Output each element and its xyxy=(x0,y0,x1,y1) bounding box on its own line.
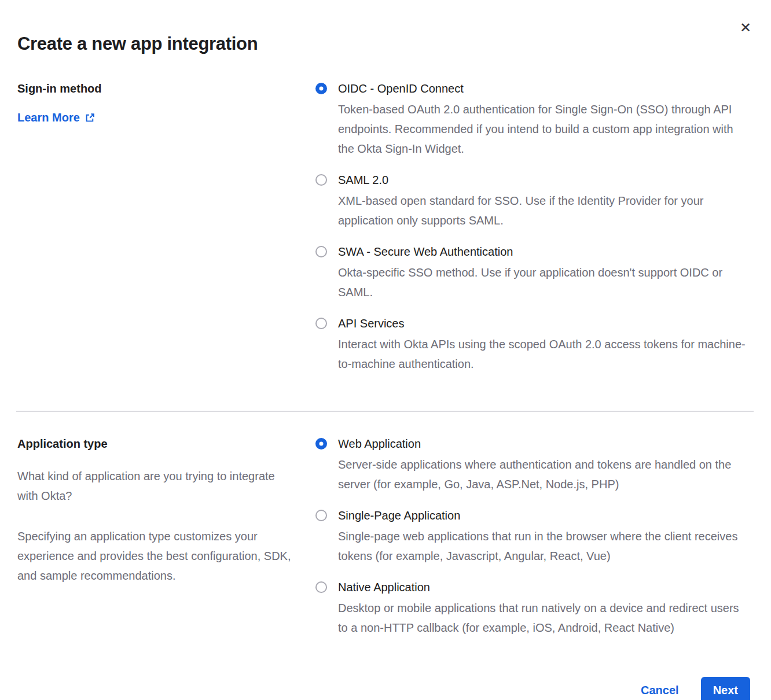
radio-icon-api-services[interactable] xyxy=(315,318,327,329)
option-label-web-application: Web Application xyxy=(338,436,750,451)
application-type-section: Application type What kind of applicatio… xyxy=(0,412,771,651)
option-label-single-page-application: Single-Page Application xyxy=(338,508,750,523)
radio-option-saml[interactable]: SAML 2.0 XML-based open standard for SSO… xyxy=(315,172,750,230)
application-type-help-text-1: What kind of application are you trying … xyxy=(17,466,295,506)
external-link-icon xyxy=(85,113,95,123)
radio-option-oidc[interactable]: OIDC - OpenID Connect Token-based OAuth … xyxy=(315,81,750,159)
learn-more-label: Learn More xyxy=(17,111,80,124)
option-desc-native-application: Desktop or mobile applications that run … xyxy=(338,598,750,638)
radio-icon-single-page-application[interactable] xyxy=(315,510,327,521)
radio-icon-saml[interactable] xyxy=(315,174,327,186)
radio-icon-native-application[interactable] xyxy=(315,581,327,593)
signin-method-label: Sign-in method xyxy=(17,81,310,96)
application-type-help-text-2: Specifying an application type customize… xyxy=(17,526,295,585)
radio-icon-swa[interactable] xyxy=(315,246,327,257)
option-label-native-application: Native Application xyxy=(338,580,750,595)
radio-icon-web-application[interactable] xyxy=(315,438,327,450)
option-label-oidc: OIDC - OpenID Connect xyxy=(338,81,750,96)
application-type-options: Web Application Server-side applications… xyxy=(310,436,750,651)
radio-option-web-application[interactable]: Web Application Server-side applications… xyxy=(315,436,750,494)
option-desc-api-services: Interact with Okta APIs using the scoped… xyxy=(338,334,750,374)
option-desc-single-page-application: Single-page web applications that run in… xyxy=(338,526,750,566)
signin-method-left-col: Sign-in method Learn More xyxy=(17,81,310,388)
dialog-footer: Cancel Next xyxy=(0,677,771,700)
learn-more-link[interactable]: Learn More xyxy=(17,111,95,124)
option-desc-swa: Okta-specific SSO method. Use if your ap… xyxy=(338,263,750,302)
option-label-api-services: API Services xyxy=(338,316,750,331)
option-desc-oidc: Token-based OAuth 2.0 authentication for… xyxy=(338,100,750,159)
option-desc-saml: XML-based open standard for SSO. Use if … xyxy=(338,191,750,230)
option-label-swa: SWA - Secure Web Authentication xyxy=(338,244,750,259)
radio-option-swa[interactable]: SWA - Secure Web Authentication Okta-spe… xyxy=(315,244,750,302)
application-type-left-col: Application type What kind of applicatio… xyxy=(17,436,310,651)
radio-icon-oidc[interactable] xyxy=(315,83,327,94)
signin-method-section: Sign-in method Learn More OIDC - OpenID … xyxy=(0,57,771,388)
radio-option-api-services[interactable]: API Services Interact with Okta APIs usi… xyxy=(315,316,750,374)
cancel-button[interactable]: Cancel xyxy=(641,684,679,697)
application-type-label: Application type xyxy=(17,436,310,451)
signin-method-options: OIDC - OpenID Connect Token-based OAuth … xyxy=(310,81,750,388)
next-button[interactable]: Next xyxy=(701,677,750,700)
option-label-saml: SAML 2.0 xyxy=(338,172,750,187)
option-desc-web-application: Server-side applications where authentic… xyxy=(338,455,750,494)
radio-option-native-application[interactable]: Native Application Desktop or mobile app… xyxy=(315,580,750,638)
page-title: Create a new app integration xyxy=(0,0,771,57)
create-app-integration-dialog: ✕ Create a new app integration Sign-in m… xyxy=(0,0,771,700)
close-icon[interactable]: ✕ xyxy=(740,21,751,35)
radio-option-single-page-application[interactable]: Single-Page Application Single-page web … xyxy=(315,508,750,566)
